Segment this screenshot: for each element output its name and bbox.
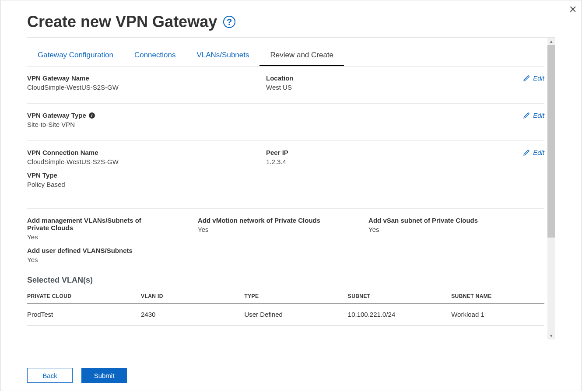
cell-type: User Defined [244,304,347,326]
scroll-down-icon[interactable]: ▾ [547,332,555,340]
tab-connections[interactable]: Connections [124,46,186,66]
edit-label: Edit [533,74,544,82]
mgmt-vlan-label: Add management VLANs/Subnets of Private … [27,217,150,231]
table-row: ProdTest 2430 User Defined 10.100.221.0/… [27,304,544,326]
info-icon[interactable]: i [89,112,95,119]
section-gateway: VPN Gateway Name CloudSimple-WestUS-S2S-… [27,66,544,104]
vpn-type-value: Policy Based [27,181,261,188]
cell-vlan-id: 2430 [141,304,244,326]
gateway-type-value: Site-to-Site VPN [27,121,261,128]
edit-label: Edit [533,112,544,119]
col-subnet: SUBNET [348,289,451,304]
edit-label: Edit [533,149,544,156]
pencil-icon [523,112,530,119]
peer-ip-value: 1.2.3.4 [266,158,500,165]
vpn-gateway-name-value: CloudSimple-WestUS-S2S-GW [27,84,261,91]
col-subnet-name: SUBNET NAME [451,289,544,304]
close-icon[interactable]: ✕ [569,4,577,15]
connection-name-label: VPN Connection Name [27,149,261,156]
vlan-table: PRIVATE CLOUD VLAN ID TYPE SUBNET SUBNET… [27,289,544,326]
user-vlan-label: Add user defined VLANS/Subnets [27,247,539,254]
wizard-tabs: Gateway Configuration Connections VLANs/… [27,46,544,66]
user-vlan-value: Yes [27,256,539,263]
help-icon[interactable]: ? [223,16,235,28]
col-type: TYPE [244,289,347,304]
scroll-thumb[interactable] [547,45,555,238]
tab-review-and-create[interactable]: Review and Create [259,46,344,66]
back-button[interactable]: Back [27,368,73,383]
location-value: West US [266,84,500,91]
edit-gateway-button[interactable]: Edit [523,74,544,82]
vsan-label: Add vSan subnet of Private Clouds [368,217,534,224]
header-row: Create new VPN Gateway ? [27,13,555,38]
wizard-footer: Back Submit [27,359,555,383]
cell-private-cloud: ProdTest [27,304,141,326]
cell-subnet: 10.100.221.0/24 [348,304,451,326]
vsan-value: Yes [368,226,534,233]
edit-connection-button[interactable]: Edit [523,149,544,156]
section-connection: VPN Connection Name CloudSimple-WestUS-S… [27,141,544,209]
vmotion-value: Yes [198,226,363,233]
col-vlan-id: VLAN ID [141,289,244,304]
cell-subnet-name: Workload 1 [451,304,544,326]
pencil-icon [523,74,530,82]
tab-vlans-subnets[interactable]: VLANs/Subnets [186,46,259,66]
edit-gateway-type-button[interactable]: Edit [523,112,544,119]
gateway-type-label: VPN Gateway Type i [27,112,261,119]
scroll-area: ▴ ▾ Gateway Configuration Connections VL… [27,38,555,359]
scrollbar[interactable]: ▴ ▾ [547,38,555,340]
section-vlan-options: Add management VLANs/Subnets of Private … [27,209,544,332]
selected-vlans-heading: Selected VLAN(s) [27,276,544,285]
pencil-icon [523,149,530,156]
peer-ip-label: Peer IP [266,149,500,156]
scroll-up-icon[interactable]: ▴ [547,38,555,45]
vpn-type-label: VPN Type [27,172,261,179]
col-private-cloud: PRIVATE CLOUD [27,289,141,304]
submit-button[interactable]: Submit [81,368,127,383]
vpn-gateway-name-label: VPN Gateway Name [27,74,261,82]
vmotion-label: Add vMotion network of Private Clouds [198,217,363,224]
location-label: Location [266,74,500,82]
mgmt-vlan-value: Yes [27,233,193,241]
page-title: Create new VPN Gateway [27,13,217,31]
connection-name-value: CloudSimple-WestUS-S2S-GW [27,158,261,165]
vpn-gateway-create-modal: ✕ Create new VPN Gateway ? ▴ ▾ Gateway C… [0,0,582,391]
section-gateway-type: VPN Gateway Type i Site-to-Site VPN Edit [27,104,544,141]
tab-gateway-configuration[interactable]: Gateway Configuration [27,46,124,66]
